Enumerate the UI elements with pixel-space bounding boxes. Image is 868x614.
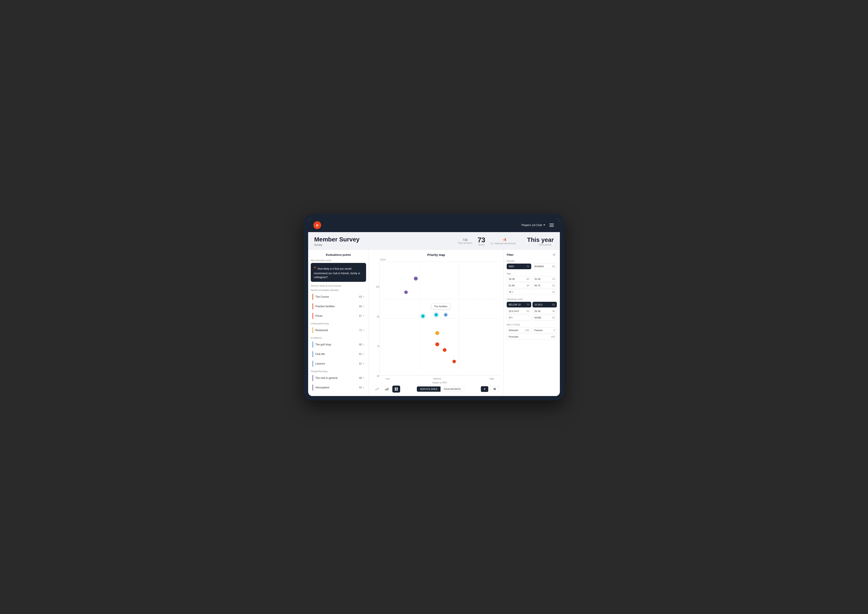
service-name: Atmosphere xyxy=(315,386,359,389)
service-name: Practise facilities xyxy=(315,305,359,308)
filter-section: Gender MEN 76 WOMAN 69 xyxy=(507,260,557,269)
service-group-label: In balance xyxy=(311,337,366,339)
score-label: Score xyxy=(477,243,485,246)
survey-dropdown[interactable]: Survey xyxy=(314,243,458,246)
service-area-toggle-btn[interactable]: SERVICE AREA xyxy=(417,387,440,392)
dot-lessons[interactable] xyxy=(444,313,447,316)
dot-club-general[interactable] xyxy=(414,277,418,280)
dot-practise[interactable] xyxy=(453,360,456,363)
filter-chip[interactable]: Promoter 100 xyxy=(507,334,557,340)
line-chart-icon-btn[interactable] xyxy=(373,385,381,393)
filter-row: Detractor -100 Passive 0 xyxy=(507,327,557,333)
grid-line-80 xyxy=(380,299,500,299)
filter-chip[interactable]: Passive 0 xyxy=(533,327,557,333)
main-content: Evaluations points Net promoter score ❝ … xyxy=(308,250,560,396)
svg-rect-0 xyxy=(385,389,386,390)
service-indicator xyxy=(313,351,313,357)
list-item[interactable]: The club in general 88 xyxy=(311,373,366,382)
dot-prices[interactable] xyxy=(443,348,446,352)
dot-restaurant[interactable] xyxy=(435,331,439,335)
hash-format-btn[interactable]: # xyxy=(480,386,489,392)
service-indicator xyxy=(313,342,313,348)
filter-section-label: Gender xyxy=(507,260,557,262)
list-item[interactable]: Atmosphere 92 xyxy=(311,383,366,392)
filter-chip[interactable]: Detractor -100 xyxy=(507,327,531,333)
service-name: Restaurant xyxy=(315,329,359,332)
dot-club-life[interactable] xyxy=(434,313,438,317)
players-club-selector[interactable]: Players 1st Club xyxy=(521,224,545,227)
grid-chart-icon-btn[interactable] xyxy=(392,385,400,393)
chevron-right-icon xyxy=(363,330,364,331)
facilities-tooltip: The facilities xyxy=(431,303,450,309)
x-axis-title: Impact on NPS xyxy=(379,381,500,384)
chart-toolbar: SERVICE AREA TOUCHPOINTS # % xyxy=(372,385,500,393)
filter-chip[interactable]: 31-50 25 xyxy=(533,276,557,282)
grid-line-70 xyxy=(380,318,500,319)
toolbar-icons xyxy=(373,385,400,393)
list-item[interactable]: The Course 63 xyxy=(311,292,366,302)
filter-row: 37+ NONE 63 xyxy=(507,315,557,320)
list-item[interactable]: Practise facilities 66 xyxy=(311,302,366,311)
filter-sections: Gender MEN 76 WOMAN 69 Age 18-30 60 31-5… xyxy=(507,260,557,340)
filter-row: Promoter 100 xyxy=(507,334,557,340)
svg-rect-1 xyxy=(386,389,387,390)
score-metric: 73 Score xyxy=(477,236,485,246)
filter-chip[interactable]: WOMAN 69 xyxy=(533,264,557,269)
service-score: 71 xyxy=(359,329,362,332)
service-name: Lessons xyxy=(315,362,359,365)
filter-chip[interactable]: BELOW 10 70 xyxy=(507,302,531,308)
filter-chip[interactable]: NONE 63 xyxy=(533,315,557,320)
chart-right: Score xyxy=(379,258,500,384)
bar-chart-icon-btn[interactable] xyxy=(383,385,391,393)
filter-chip[interactable]: 37+ xyxy=(507,315,531,320)
total-answers-value: 738 xyxy=(458,238,472,242)
filter-section: Handicap index BELOW 10 70 10-18.5 65 18… xyxy=(507,298,557,320)
device-frame: p Players 1st Club Member Survey xyxy=(304,214,564,400)
filter-chip[interactable]: 18-30 60 xyxy=(507,276,531,282)
filter-chip[interactable]: 51-65 48 xyxy=(507,283,531,288)
survey-metrics: 738 Total answers 73 Score -4 Vs. Nation… xyxy=(458,236,518,246)
service-score: 66 xyxy=(359,305,362,308)
hamburger-menu[interactable] xyxy=(549,223,555,227)
filter-section-label: Handicap index xyxy=(507,298,557,300)
filter-chip[interactable]: MEN 76 xyxy=(507,264,531,269)
list-item[interactable]: Club life 81 xyxy=(311,350,366,359)
list-item[interactable]: Prices 67 xyxy=(311,311,366,320)
percent-format-btn[interactable]: % xyxy=(490,386,499,392)
filter-chip[interactable]: 18.5-24.9 50 xyxy=(507,308,531,314)
service-indicator xyxy=(313,384,313,390)
service-score: 63 xyxy=(359,295,362,298)
service-name: The Course xyxy=(315,295,359,298)
nps-section: Net promoter score ❝ How likely is it th… xyxy=(311,259,366,282)
filter-section-label: Age xyxy=(507,272,557,275)
list-item[interactable]: Restaurant 71 xyxy=(311,326,366,335)
filter-row: 18-30 60 31-50 25 xyxy=(507,276,557,282)
svg-rect-5 xyxy=(395,389,396,390)
chart-area: 100 80 70 60 Score xyxy=(372,258,500,384)
list-item[interactable]: Lessons 81 xyxy=(311,359,366,368)
filter-chip[interactable]: 25-36 40 xyxy=(533,308,557,314)
benchmark-selector[interactable]: Vs. National benchmark xyxy=(490,242,518,245)
filter-chip[interactable]: 10-18.5 65 xyxy=(533,302,557,308)
list-item[interactable]: The golf shop 80 xyxy=(311,340,366,349)
filter-chip[interactable]: 75 + 33 xyxy=(507,289,557,295)
benchmark-diff: -4 xyxy=(490,238,518,242)
touchpoints-toggle-btn[interactable]: TOUCHPOINTS xyxy=(440,387,464,392)
filter-chip[interactable]: 66-75 43 xyxy=(533,283,557,288)
time-period-selector[interactable]: Time period xyxy=(527,243,554,246)
dot-golf-shop[interactable] xyxy=(421,314,425,318)
nps-quote-box: ❝ How likely is it that you would recomm… xyxy=(311,263,366,282)
app-logo: p xyxy=(313,221,321,229)
filter-row: MEN 76 WOMAN 69 xyxy=(507,264,557,269)
service-group-label: Underperforming xyxy=(311,322,366,325)
survey-chevron-icon xyxy=(324,244,325,246)
x-label-low: Low xyxy=(386,378,389,380)
filter-row: BELOW 10 70 10-18.5 65 xyxy=(507,302,557,308)
score-axis-label: 100 xyxy=(372,286,379,288)
dot-atmosphere[interactable] xyxy=(404,291,408,294)
chevron-right-icon xyxy=(363,315,364,317)
dot-the-course[interactable] xyxy=(435,342,439,346)
filter-row: 18.5-24.9 50 25-36 40 xyxy=(507,308,557,314)
reset-filter-button[interactable]: ↺ xyxy=(552,253,557,257)
service-indicator xyxy=(313,361,313,367)
